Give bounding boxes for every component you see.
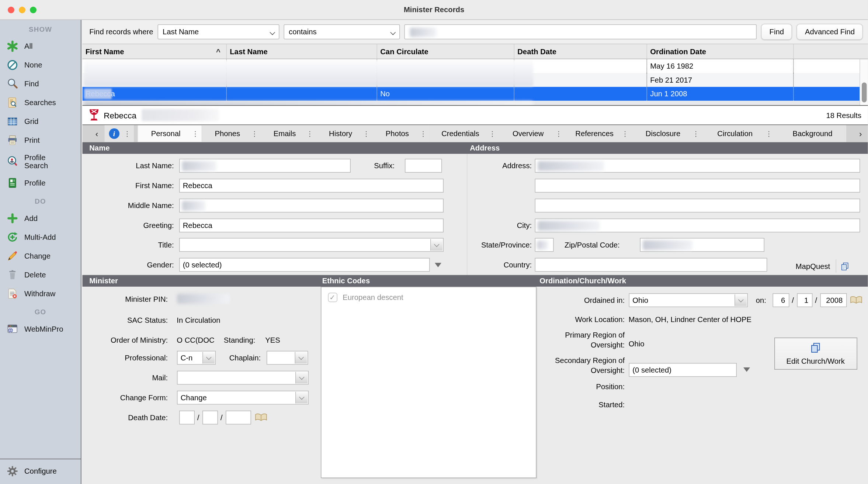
column-header-empty bbox=[794, 44, 860, 59]
dropdown-arrow-icon[interactable] bbox=[295, 372, 307, 384]
city-field[interactable] bbox=[535, 219, 860, 233]
sidebar-section-go: GO bbox=[0, 303, 81, 319]
table-scrollbar[interactable] bbox=[860, 59, 868, 106]
tab-phones[interactable]: Phones⋮ bbox=[202, 125, 261, 142]
find-search-input[interactable] bbox=[405, 24, 757, 39]
ordination-month-field[interactable] bbox=[772, 293, 789, 307]
middle-name-field[interactable] bbox=[179, 199, 443, 213]
tab-overview[interactable]: Overview⋮ bbox=[499, 125, 565, 142]
first-name-label: First Name: bbox=[82, 179, 174, 193]
mail-select[interactable] bbox=[177, 371, 308, 385]
section-header-row-2: Minister Ethnic Codes Ordination/Church/… bbox=[82, 275, 868, 287]
sidebar-item-grid[interactable]: Grid bbox=[0, 112, 81, 131]
scrollbar-thumb[interactable] bbox=[862, 83, 867, 103]
state-province-field[interactable] bbox=[535, 238, 553, 252]
tab-separator-dots: ⋮ bbox=[124, 129, 131, 138]
sidebar-item-webminpro[interactable]: WebMinPro bbox=[0, 319, 81, 338]
sidebar-item-none[interactable]: None bbox=[0, 55, 81, 74]
sidebar-item-all[interactable]: All bbox=[0, 37, 81, 55]
dropdown-arrow-icon[interactable] bbox=[295, 352, 307, 364]
tabs-scroll-right-button[interactable]: › bbox=[853, 125, 868, 142]
checkbox-checked-icon[interactable]: ✓ bbox=[328, 293, 337, 302]
table-row-partial[interactable] bbox=[82, 101, 860, 105]
find-operator-select[interactable]: contains bbox=[284, 24, 400, 39]
death-date-month-field[interactable] bbox=[179, 411, 194, 425]
ordained-in-select[interactable]: Ohio bbox=[629, 293, 748, 307]
address-line3-field[interactable] bbox=[535, 199, 860, 213]
sidebar-item-configure[interactable]: Configure bbox=[0, 459, 81, 484]
tab-disclosure[interactable]: Disclosure⋮ bbox=[631, 125, 702, 142]
ethnic-codes-listbox[interactable]: ✓ European descent bbox=[320, 287, 536, 478]
sidebar-item-withdraw[interactable]: Withdraw bbox=[0, 284, 81, 303]
trash-icon bbox=[7, 269, 18, 280]
professional-select[interactable]: C-n bbox=[177, 351, 215, 365]
chaplain-select[interactable] bbox=[266, 351, 308, 365]
sidebar-item-delete[interactable]: Delete bbox=[0, 265, 81, 284]
sac-status-value: In Circulation bbox=[177, 313, 220, 327]
tab-personal[interactable]: Personal⋮ bbox=[138, 125, 202, 142]
last-name-field[interactable] bbox=[179, 159, 350, 173]
tab-background[interactable]: Background bbox=[775, 125, 846, 142]
column-header-death-date[interactable]: Death Date bbox=[514, 44, 647, 59]
edit-church-work-button[interactable]: Edit Church/Work bbox=[774, 338, 857, 370]
column-header-first-name[interactable]: First Name ^ bbox=[82, 44, 227, 59]
find-field-select[interactable]: Last Name bbox=[158, 24, 280, 39]
column-header-can-circulate[interactable]: Can Circulate bbox=[377, 44, 514, 59]
sidebar-item-searches[interactable]: Searches bbox=[0, 93, 81, 112]
tab-photos[interactable]: Photos⋮ bbox=[372, 125, 430, 142]
order-of-ministry-label: Order of Ministry: bbox=[82, 333, 168, 347]
dropdown-arrow-icon[interactable] bbox=[295, 392, 307, 404]
sidebar-item-find[interactable]: Find bbox=[0, 74, 81, 93]
sidebar-item-print[interactable]: Print bbox=[0, 131, 81, 149]
gender-label: Gender: bbox=[82, 258, 174, 272]
secondary-region-select[interactable]: (0 selected) bbox=[629, 363, 737, 377]
app-window: Minister Records SHOW All None Find Sear… bbox=[0, 0, 868, 484]
change-form-select[interactable]: Change bbox=[177, 391, 308, 405]
address-line1-field[interactable] bbox=[535, 159, 860, 173]
sidebar-item-profile-search[interactable]: Profile Search bbox=[0, 149, 81, 173]
tab-history[interactable]: History⋮ bbox=[316, 125, 372, 142]
greeting-field[interactable] bbox=[179, 219, 443, 233]
title-select[interactable] bbox=[179, 238, 443, 252]
find-button[interactable]: Find bbox=[761, 24, 792, 40]
dropdown-triangle-icon[interactable] bbox=[743, 367, 750, 372]
dropdown-arrow-icon[interactable] bbox=[202, 352, 214, 364]
column-header-last-name[interactable]: Last Name bbox=[226, 44, 377, 59]
death-date-year-field[interactable] bbox=[225, 411, 251, 425]
sac-status-label: SAC Status: bbox=[82, 313, 168, 327]
professional-label: Professional: bbox=[82, 351, 168, 365]
tab-circulation[interactable]: Circulation⋮ bbox=[702, 125, 775, 142]
ethnic-code-item[interactable]: ✓ European descent bbox=[321, 287, 536, 302]
sidebar-item-profile[interactable]: Profile bbox=[0, 173, 81, 192]
standing-label: Standing: bbox=[224, 333, 256, 347]
ordination-day-field[interactable] bbox=[797, 293, 812, 307]
tab-references[interactable]: References⋮ bbox=[565, 125, 631, 142]
tab-info[interactable]: i ⋮ bbox=[104, 125, 134, 142]
calendar-book-icon[interactable] bbox=[255, 414, 267, 422]
tab-emails[interactable]: Emails⋮ bbox=[261, 125, 316, 142]
copy-pages-icon[interactable] bbox=[836, 260, 849, 273]
column-header-ordination-date[interactable]: Ordination Date bbox=[647, 44, 794, 59]
sidebar-item-add[interactable]: Add bbox=[0, 209, 81, 228]
name-address-panels: Last Name: Suffix: First Name: Middle Na… bbox=[82, 154, 868, 275]
magnifier-icon bbox=[7, 78, 18, 90]
advanced-find-button[interactable]: Advanced Find bbox=[796, 24, 863, 40]
gender-select[interactable]: (0 selected) bbox=[179, 258, 430, 272]
calendar-book-icon[interactable] bbox=[850, 296, 862, 305]
table-row-selected[interactable]: Rebecca No Jun 1 2008 bbox=[82, 87, 860, 101]
death-date-day-field[interactable] bbox=[202, 411, 218, 425]
address-line2-field[interactable] bbox=[535, 179, 860, 193]
mapquest-button[interactable]: MapQuest bbox=[796, 260, 849, 273]
sidebar-item-multi-add[interactable]: Multi-Add bbox=[0, 228, 81, 246]
copy-pages-icon bbox=[810, 342, 821, 355]
last-name-label: Last Name: bbox=[82, 159, 174, 173]
ordination-year-field[interactable] bbox=[820, 293, 847, 307]
tab-credentials[interactable]: Credentials⋮ bbox=[430, 125, 499, 142]
zip-postal-code-field[interactable] bbox=[640, 238, 764, 252]
tabs-scroll-left-button[interactable]: ‹ bbox=[89, 125, 104, 142]
sidebar-item-change[interactable]: Change bbox=[0, 246, 81, 265]
country-field[interactable] bbox=[535, 258, 767, 272]
chalice-icon bbox=[89, 108, 99, 122]
dropdown-arrow-icon[interactable] bbox=[734, 294, 746, 306]
first-name-field[interactable] bbox=[179, 179, 443, 193]
